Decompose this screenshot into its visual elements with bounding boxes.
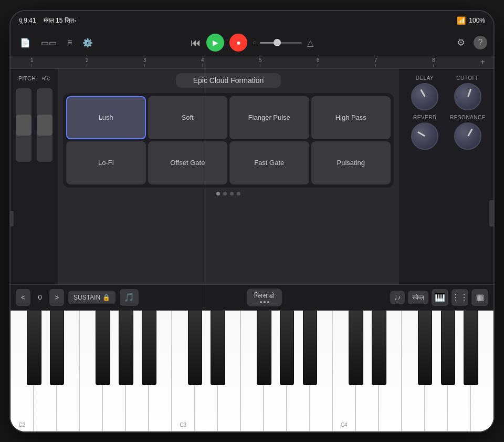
octave-down-button[interactable]: < — [16, 289, 30, 306]
scale-button[interactable]: स्केल — [408, 291, 428, 304]
chord-icon: ⋮⋮ — [452, 292, 468, 302]
ruler-mark-5: 5 — [259, 57, 262, 67]
resonance-group: RESONANCE — [448, 115, 487, 150]
gear-button[interactable]: ⚙ — [454, 35, 468, 50]
warning-icon: △ — [307, 38, 313, 48]
black-key-cs3[interactable] — [188, 311, 203, 386]
black-key-fs3[interactable] — [257, 311, 271, 386]
octave-up-button[interactable]: > — [49, 289, 64, 306]
dot-indicators — [63, 192, 394, 196]
resonance-knob[interactable] — [454, 122, 481, 150]
sustain-button[interactable]: SUSTAIN 🔒 — [68, 291, 116, 304]
black-key-gs2[interactable] — [119, 311, 133, 386]
ruler-mark-4: 4 — [201, 57, 204, 67]
preset-fast-gate[interactable]: Fast Gate — [229, 141, 309, 184]
sustain-label: SUSTAIN — [74, 294, 100, 301]
preset-pulsating[interactable]: Pulsating — [311, 141, 391, 184]
black-key-cs4[interactable] — [349, 311, 363, 386]
preset-offset-gate[interactable]: Offset Gate — [148, 141, 228, 184]
ruler-mark-7: 7 — [374, 57, 377, 67]
keyboard-icon: 🎹 — [435, 292, 445, 302]
tracks-button[interactable]: ▭▭ — [38, 36, 60, 50]
gdot-3 — [267, 301, 269, 303]
black-key-as4[interactable] — [464, 311, 478, 386]
mod-slider-thumb — [37, 115, 52, 136]
pitch-slider-thumb — [16, 115, 32, 136]
black-key-ds3[interactable] — [211, 311, 225, 386]
cutoff-label: CUTOFF — [456, 75, 479, 81]
skip-back-button[interactable]: ⏮ — [191, 37, 201, 49]
reverb-knob[interactable] — [411, 122, 438, 150]
toolbar: 📄 ▭▭ ≡ ⚙️ ⏮ ▶ ● ○ △ ⚙ ? — [10, 30, 494, 56]
cutoff-knob[interactable] — [454, 83, 481, 110]
reverb-label: REVERB — [413, 115, 436, 120]
preset-lo-fi[interactable]: Lo-Fi — [66, 141, 146, 184]
mod-slider[interactable] — [37, 88, 52, 162]
center-panel: Epic Cloud Formation Lush Soft Flanger P… — [58, 69, 399, 284]
glissando-dots — [260, 301, 269, 303]
status-date: मंगल 15 सित॰ — [44, 17, 76, 24]
status-time: पू 9:41 — [19, 17, 36, 24]
octave-number: 0 — [33, 293, 47, 301]
ruler-mark-1: 1 — [30, 57, 34, 67]
right-side-button[interactable] — [489, 200, 494, 227]
black-key-ds4[interactable] — [372, 311, 386, 386]
status-bar: पू 9:41 मंगल 15 सित॰ 📶 100% — [10, 11, 494, 30]
settings-slider-button[interactable]: ⚙️ — [79, 36, 96, 50]
settings-mini-button[interactable]: ▦ — [471, 289, 488, 306]
toolbar-right: ⚙ ? — [372, 35, 487, 50]
black-key-fs2[interactable] — [96, 311, 110, 386]
status-left: पू 9:41 मंगल 15 सित॰ — [19, 17, 76, 24]
black-key-gs3[interactable] — [280, 311, 295, 386]
dot-2[interactable] — [223, 192, 227, 196]
pitch-slider[interactable] — [16, 88, 32, 162]
black-key-fs4[interactable] — [418, 311, 433, 386]
play-button[interactable]: ▶ — [206, 34, 224, 52]
dot-4[interactable] — [237, 192, 240, 196]
settings-mini-icon: ▦ — [476, 292, 484, 302]
mod-label: मॉड — [42, 75, 50, 82]
dot-1[interactable] — [216, 192, 220, 196]
lock-icon: 🔒 — [102, 294, 110, 301]
mixer-button[interactable]: ≡ — [64, 36, 75, 49]
note-style-button[interactable]: ♩♪ — [390, 291, 405, 304]
preset-high-pass[interactable]: High Pass — [311, 96, 391, 139]
record-icon: ● — [236, 38, 240, 47]
main-content: PITCH मॉड Epic Cloud Formation Lush Soft… — [10, 69, 494, 284]
black-key-as2[interactable] — [142, 311, 156, 386]
preset-flanger-pulse[interactable]: Flanger Pulse — [229, 96, 309, 139]
cutoff-group: CUTOFF — [448, 75, 487, 110]
preset-soft[interactable]: Soft — [148, 96, 228, 139]
arpeggio-button[interactable]: 🎵 — [120, 289, 139, 306]
pitch-label: PITCH — [18, 75, 36, 82]
new-file-button[interactable]: 📄 — [17, 36, 34, 50]
black-key-gs4[interactable] — [441, 311, 456, 386]
toolbar-center: ⏮ ▶ ● ○ △ — [136, 34, 368, 52]
glissando-button[interactable]: ग्लिसांडो — [247, 289, 282, 306]
ruler-add-button[interactable]: + — [480, 57, 485, 67]
help-button[interactable]: ? — [474, 36, 487, 49]
black-key-as3[interactable] — [303, 311, 318, 386]
delay-group: DELAY — [405, 75, 444, 110]
volume-slider-track[interactable] — [260, 42, 302, 44]
volume-slider-handle[interactable] — [274, 39, 281, 46]
delay-knob[interactable] — [411, 83, 438, 110]
right-buttons: ♩♪ स्केल 🎹 ⋮⋮ ▦ — [390, 289, 488, 306]
chord-button[interactable]: ⋮⋮ — [452, 289, 468, 306]
left-side-button[interactable] — [10, 211, 14, 227]
resonance-label: RESONANCE — [450, 115, 486, 120]
dot-3[interactable] — [230, 192, 234, 196]
slider-group — [16, 88, 52, 278]
piano-keyboard: C2 C3 C4 — [10, 311, 494, 431]
preset-lush[interactable]: Lush — [66, 96, 146, 139]
reverb-group: REVERB — [405, 115, 444, 150]
delay-label: DELAY — [416, 75, 434, 81]
c3-label: C3 — [180, 422, 186, 428]
black-key-ds2[interactable] — [50, 311, 65, 386]
right-controls: DELAY CUTOFF REVERB RESONANCE — [399, 69, 494, 284]
keyboard-view-button[interactable]: 🎹 — [432, 289, 448, 306]
scale-label: स्केल — [412, 294, 424, 301]
black-key-cs2[interactable] — [27, 311, 41, 386]
record-button[interactable]: ● — [229, 34, 247, 52]
volume-icon: ○ — [253, 39, 256, 46]
